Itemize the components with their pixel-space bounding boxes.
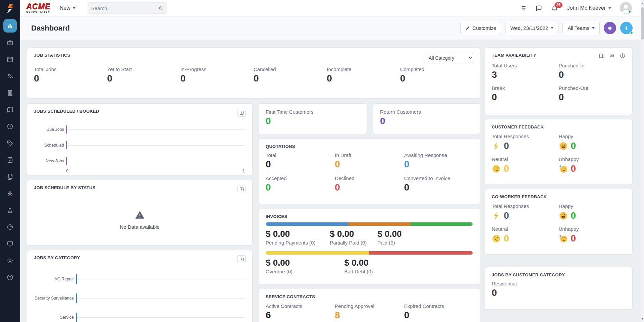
download-chart-button[interactable] [237, 109, 246, 117]
info-icon[interactable] [620, 53, 626, 59]
stat-total-users: Total Users 3 [492, 63, 559, 80]
panel-coworker-feedback: CO-WORKER FEEDBACK Total Responses 0 Hap… [485, 189, 633, 255]
quick-actions-button[interactable] [620, 22, 633, 34]
announcements-button[interactable] [604, 22, 616, 34]
panel-customer-feedback: CUSTOMER FEEDBACK Total Responses 0 Happ… [485, 119, 633, 185]
date-picker-button[interactable]: Wed, 23/11/2022 [505, 22, 558, 34]
search-icon[interactable] [158, 5, 164, 11]
page-scrollbar[interactable] [641, 0, 644, 322]
stat-quote-declined: Declined 0 [335, 175, 404, 193]
list-icon [520, 5, 527, 12]
stat-bad-debt: $ 0.00 Bad Debt (0) [344, 258, 473, 274]
x-tick-min: 0 [66, 169, 68, 173]
panel-title: CUSTOMER FEEDBACK [492, 124, 544, 129]
scroll-up-arrow[interactable] [641, 2, 643, 4]
app-logo[interactable] [0, 0, 20, 16]
user-name: John Mc Keever [567, 5, 606, 11]
activity-list-button[interactable] [520, 5, 527, 12]
sidebar-item-monitor[interactable] [3, 237, 17, 251]
invoice-status-bar [266, 222, 473, 226]
notifications-button[interactable]: 26 [551, 5, 558, 12]
panel-return-customers: Return Customers 0 [373, 103, 480, 134]
sidebar-item-map[interactable] [3, 103, 17, 116]
panel-jobs-by-customer-category: JOBS BY CUSTOMER CATEGORY Residential 0 [485, 267, 633, 310]
sidebar-item-documents[interactable] [3, 170, 17, 183]
stat-completed: Completed 0 [400, 66, 473, 84]
person-icon [6, 207, 14, 214]
sidebar-item-timesheet[interactable] [3, 120, 17, 133]
stat-total-jobs: Total Jobs 0 [34, 66, 107, 84]
online-status-dot [629, 11, 631, 13]
sidebar-item-settings[interactable] [3, 254, 17, 267]
dashboard-content: JOB STATISTICS All Category Total Jobs 0… [20, 40, 641, 322]
stat-pending-approval: Pending Approval 8 [335, 303, 404, 321]
stat-quote-total: Total 0 [266, 152, 335, 170]
happy-face-icon [559, 211, 568, 220]
stat-cf-unhappy: Unhappy 0 [559, 156, 626, 174]
panel-jobs-scheduled-booked: JOBS SCHEDULED / BOOKED Due Jobs Schedul… [27, 103, 253, 175]
bolt-icon [492, 211, 501, 220]
sidebar-item-users[interactable] [3, 204, 17, 217]
chevron-down-icon [551, 27, 553, 29]
monitor-icon [6, 240, 14, 248]
calendar-icon [6, 56, 14, 63]
users-icon [6, 72, 14, 80]
map-view-icon[interactable] [599, 53, 605, 59]
sidebar-item-reports[interactable] [3, 220, 17, 234]
building-icon [6, 89, 14, 97]
bolt-logo-icon [5, 3, 15, 13]
neutral-face-icon [492, 164, 501, 173]
sidebar-item-calendar[interactable] [3, 53, 17, 66]
bar-chart-icon [6, 22, 14, 30]
top-navbar: ACME CORPORATION New 26 John Mc Keever [20, 0, 641, 16]
scrollbar-thumb[interactable] [641, 7, 644, 40]
invoice-overdue-bar [266, 251, 473, 255]
bolt-icon [492, 142, 501, 151]
sidebar-item-customers[interactable] [3, 69, 17, 83]
jobs-scheduled-chart: Due Jobs Scheduled New Jobs 0 [27, 117, 252, 173]
panel-jobs-by-category: JOBS BY CATEGORY AC Repair Security Surv… [27, 250, 253, 322]
customize-button[interactable]: Customize [460, 22, 501, 34]
chat-button[interactable] [535, 5, 542, 12]
panel-title: JOBS BY CUSTOMER CATEGORY [492, 272, 565, 277]
company-logo[interactable]: ACME CORPORATION [26, 3, 50, 13]
stat-cf-happy: Happy 0 [559, 133, 626, 151]
pencil-icon [465, 26, 470, 31]
user-menu[interactable]: John Mc Keever [567, 5, 611, 11]
stat-cw-total-responses: Total Responses 0 [492, 203, 559, 221]
page-title: Dashboard [31, 24, 70, 33]
teams-filter-button[interactable]: All Teams [562, 22, 600, 34]
panel-title: INVOICES [266, 214, 287, 219]
panel-invoices: INVOICES $ 0.00 Pending Payments (0) [259, 209, 480, 284]
sidebar-item-inventory[interactable] [3, 187, 17, 200]
stat-expired-contracts: Expired Contracts 0 [404, 303, 473, 321]
status-dot [630, 32, 633, 34]
stat-cw-neutral: Neutral 0 [492, 226, 559, 244]
sidebar-item-jobs[interactable] [3, 36, 17, 49]
briefcase-icon [6, 39, 14, 46]
stat-in-progress: In-Progress 0 [180, 66, 254, 84]
unhappy-face-icon [559, 164, 568, 173]
happy-face-icon [559, 142, 568, 151]
category-filter-select[interactable]: All Category [424, 53, 473, 63]
search-input[interactable] [91, 5, 158, 11]
sidebar-item-tags[interactable] [3, 137, 17, 150]
stat-residential: Residential 0 [492, 281, 626, 298]
sidebar-item-help[interactable] [3, 271, 17, 284]
download-icon [239, 110, 244, 115]
team-members-icon[interactable] [609, 53, 615, 59]
sidebar-item-estimates[interactable] [3, 153, 17, 167]
neutral-face-icon [492, 234, 501, 243]
sidebar-item-dashboard[interactable] [3, 19, 17, 33]
stat-paid: $ 0.00 Paid (0) [377, 229, 473, 246]
stat-quote-in-draft: In Draft 0 [335, 152, 404, 170]
scroll-down-arrow[interactable] [641, 318, 643, 320]
search-box [88, 2, 167, 14]
sidebar-item-company[interactable] [3, 86, 17, 100]
avatar[interactable] [620, 2, 632, 14]
new-dropdown[interactable]: New [60, 5, 75, 11]
download-chart-button[interactable] [237, 255, 246, 263]
download-chart-button[interactable] [237, 185, 246, 193]
x-tick-max: 1 [243, 169, 245, 173]
lightning-icon [624, 25, 630, 31]
